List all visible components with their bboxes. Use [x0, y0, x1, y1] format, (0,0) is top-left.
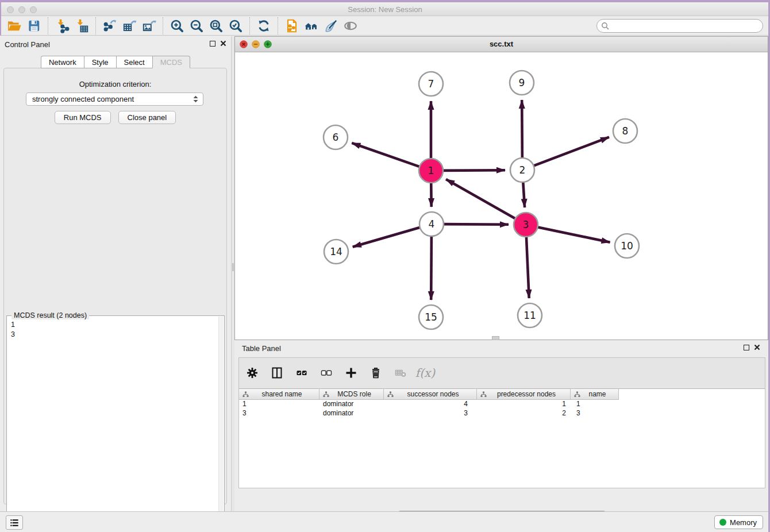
table-body: 1dominator4113dominator323 — [239, 400, 765, 418]
deselect-all-icon — [319, 366, 333, 380]
column-header-label: MCDS role — [337, 390, 371, 398]
table-cell[interactable]: dominator — [319, 400, 384, 409]
toggle-details-button[interactable] — [341, 17, 360, 34]
table-cell[interactable]: 2 — [477, 409, 571, 418]
result-scrollbar[interactable] — [218, 317, 224, 532]
table-settings-button[interactable] — [244, 364, 261, 381]
deselect-all-button[interactable] — [318, 364, 335, 381]
graph-edge-2-3[interactable] — [523, 180, 525, 207]
export-table-button[interactable] — [120, 17, 139, 34]
zoom-out-button[interactable] — [187, 17, 206, 34]
column-header-label: name — [588, 390, 606, 398]
graph-edge-2-9[interactable] — [522, 100, 522, 160]
first-neighbors-button[interactable] — [302, 17, 321, 34]
select-all-icon — [295, 366, 309, 380]
export-image-button[interactable] — [139, 17, 159, 34]
graph-edge-3-11[interactable] — [526, 235, 529, 298]
close-panel-button[interactable]: Close panel — [118, 111, 176, 124]
graph-edge-1-6[interactable] — [352, 143, 421, 167]
graph-edge-1-4[interactable] — [431, 181, 432, 207]
table-cell[interactable]: 1 — [571, 400, 619, 409]
table-panes-button[interactable] — [268, 364, 286, 381]
close-table-panel-icon[interactable] — [754, 344, 760, 350]
list-icon — [9, 517, 20, 529]
table-row[interactable]: 1dominator411 — [239, 400, 765, 409]
zoom-selected-button[interactable] — [226, 17, 245, 34]
graph-edge-4-14[interactable] — [353, 227, 422, 247]
splitter-grip[interactable] — [232, 263, 234, 271]
column-header-label: successor nodes — [407, 390, 459, 398]
status-bar: Memory — [0, 511, 770, 532]
graph-edge-1-2[interactable] — [441, 170, 505, 171]
mcds-result-values[interactable]: 13 — [7, 317, 218, 532]
delete-table-icon — [394, 366, 407, 380]
table-cell[interactable]: 3 — [239, 409, 319, 418]
function-builder-button[interactable]: f(x) — [417, 364, 434, 381]
node-table[interactable]: shared nameMCDS rolesuccessor nodesprede… — [239, 388, 765, 488]
table-row[interactable]: 3dominator323 — [239, 409, 765, 418]
table-cell[interactable]: 1 — [239, 400, 319, 409]
zoom-fit-button[interactable] — [206, 17, 226, 34]
zoom-in-button[interactable] — [167, 17, 187, 34]
column-header-name[interactable]: name — [571, 389, 619, 400]
export-table-icon — [122, 18, 137, 33]
close-panel-icon[interactable] — [220, 40, 226, 47]
table-cell[interactable]: dominator — [319, 409, 384, 418]
delete-table-button[interactable] — [392, 364, 409, 381]
graph-edge-2-8[interactable] — [532, 137, 609, 167]
column-header-successor-nodes[interactable]: successor nodes — [384, 389, 477, 400]
refresh-icon — [256, 18, 271, 33]
add-column-button[interactable] — [342, 364, 360, 381]
export-network-button[interactable] — [100, 17, 120, 34]
graph-node-label-3: 3 — [523, 219, 529, 230]
table-cell[interactable]: 3 — [571, 409, 619, 418]
graph-edge-4-15[interactable] — [431, 234, 432, 300]
clone-network-button[interactable] — [282, 17, 302, 34]
control-panel: Control Panel NetworkStyleSelectMCDS Opt… — [0, 36, 231, 511]
column-header-shared-name[interactable]: shared name — [239, 389, 319, 400]
save-session-button[interactable] — [24, 17, 44, 34]
run-mcds-button[interactable]: Run MCDS — [55, 111, 111, 124]
control-panel-tabs: NetworkStyleSelectMCDS — [0, 56, 231, 68]
graph-edge-4-3[interactable] — [442, 224, 509, 225]
tab-network[interactable]: Network — [41, 56, 84, 68]
graph-edge-3-1[interactable] — [446, 179, 517, 219]
paint-style-button[interactable] — [321, 17, 341, 34]
result-line: 1 — [11, 320, 218, 330]
refresh-button[interactable] — [254, 17, 274, 34]
clone-network-icon — [284, 18, 299, 33]
horizontal-splitter-grip[interactable] — [492, 336, 499, 340]
select-all-button[interactable] — [293, 364, 310, 381]
table-cell[interactable]: 3 — [384, 409, 477, 418]
column-header-label: predecessor nodes — [497, 390, 556, 398]
tab-select[interactable]: Select — [116, 56, 152, 68]
column-header-predecessor-nodes[interactable]: predecessor nodes — [477, 389, 571, 400]
toolbar-separator — [48, 17, 48, 34]
export-image-icon — [141, 18, 156, 33]
import-network-button[interactable] — [52, 17, 72, 34]
optimization-criterion-select[interactable]: strongly connected component — [26, 92, 203, 106]
split-panes-icon — [270, 366, 284, 380]
graph-node-label-1: 1 — [428, 165, 434, 176]
table-cell[interactable]: 1 — [477, 400, 571, 409]
network-graph: 7968124314101511 — [235, 52, 768, 340]
network-window-titlebar[interactable]: scc.txt — [235, 37, 768, 52]
tab-style[interactable]: Style — [84, 56, 116, 68]
import-table-icon — [74, 18, 89, 33]
control-panel-titlebar: Control Panel — [0, 36, 231, 52]
delete-column-button[interactable] — [367, 364, 384, 381]
task-history-button[interactable] — [6, 515, 23, 530]
tab-mcds[interactable]: MCDS — [152, 56, 190, 68]
open-session-button[interactable] — [5, 17, 24, 34]
result-line: 3 — [11, 330, 218, 340]
network-canvas[interactable]: 7968124314101511 — [235, 52, 768, 340]
node-table-container: f(x) shared nameMCDS rolesuccessor nodes… — [238, 357, 765, 488]
float-panel-icon[interactable] — [210, 41, 215, 47]
column-header-MCDS-role[interactable]: MCDS role — [319, 389, 384, 400]
search-input[interactable] — [610, 22, 763, 30]
graph-edge-3-10[interactable] — [536, 227, 610, 242]
memory-button[interactable]: Memory — [714, 515, 763, 529]
import-table-button[interactable] — [72, 17, 91, 34]
table-cell[interactable]: 4 — [384, 400, 477, 409]
float-table-panel-icon[interactable] — [744, 345, 749, 350]
